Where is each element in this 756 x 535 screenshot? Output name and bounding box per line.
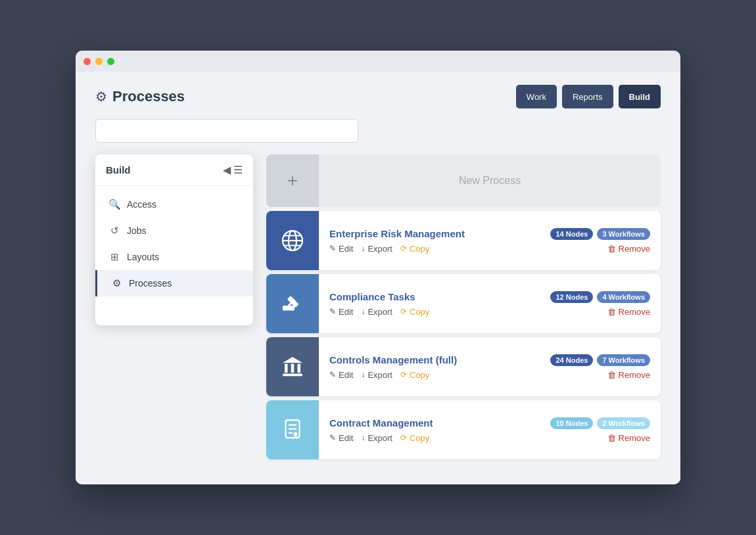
edit-icon: ✎ [329, 307, 336, 316]
enterprise-risk-actions: ✎ Edit ↓ Export ⟳ Copy 🗑 Remove [329, 244, 650, 254]
page-title: Processes [112, 88, 185, 105]
contract-nodes-badge: 10 Nodes [550, 417, 593, 429]
controls-remove[interactable]: 🗑 Remove [607, 370, 650, 380]
compliance-actions: ✎ Edit ↓ Export ⟳ Copy 🗑 Remove [329, 307, 650, 317]
content-area: Build ◀ ☰ 🔍 Access ↺ Jobs ⊞ Layouts [95, 154, 661, 459]
enterprise-risk-badges: 14 Nodes 3 Workflows [550, 228, 650, 240]
compliance-edit[interactable]: ✎ Edit [329, 307, 353, 317]
new-process-card[interactable]: + New Process [266, 154, 661, 207]
layouts-icon: ⊞ [108, 251, 120, 263]
search-input[interactable] [95, 119, 358, 143]
compliance-name: Compliance Tasks [329, 291, 415, 302]
svg-marker-8 [283, 357, 302, 363]
edit-icon: ✎ [329, 370, 336, 379]
controls-edit[interactable]: ✎ Edit [329, 370, 353, 380]
sidebar-header: Build ◀ ☰ [95, 154, 253, 186]
sidebar-label-layouts: Layouts [127, 252, 159, 262]
new-process-icon-area: + [266, 154, 319, 207]
enterprise-risk-remove[interactable]: 🗑 Remove [607, 244, 650, 254]
work-button[interactable]: Work [516, 85, 557, 108]
export-icon: ↓ [361, 307, 365, 316]
browser-titlebar [76, 51, 680, 72]
sidebar-menu-icon[interactable]: ◀ ☰ [223, 164, 243, 176]
export-icon: ↓ [361, 244, 365, 253]
sidebar-nav: 🔍 Access ↺ Jobs ⊞ Layouts ⚙ Processes [95, 186, 253, 302]
compliance-top-row: Compliance Tasks 12 Nodes 4 Workflows [329, 291, 650, 303]
controls-name: Controls Management (full) [329, 354, 457, 365]
compliance-icon-area [266, 274, 319, 333]
compliance-info: Compliance Tasks 12 Nodes 4 Workflows ✎ … [319, 274, 661, 333]
contract-actions: ✎ Edit ↓ Export ⟳ Copy 🗑 Remove [329, 433, 650, 443]
copy-icon: ⟳ [400, 370, 407, 379]
controls-badges: 24 Nodes 7 Workflows [550, 354, 650, 366]
svg-rect-5 [283, 306, 295, 311]
enterprise-risk-top-row: Enterprise Risk Management 14 Nodes 3 Wo… [329, 228, 650, 240]
controls-nodes-badge: 24 Nodes [550, 354, 593, 366]
plus-icon: + [287, 170, 298, 191]
enterprise-risk-name: Enterprise Risk Management [329, 228, 465, 239]
enterprise-risk-action-links: ✎ Edit ↓ Export ⟳ Copy [329, 244, 429, 254]
table-row: Compliance Tasks 12 Nodes 4 Workflows ✎ … [266, 274, 661, 333]
dot-green[interactable] [107, 58, 114, 65]
enterprise-risk-icon-area [266, 211, 319, 270]
enterprise-risk-nodes-badge: 14 Nodes [550, 228, 593, 240]
controls-icon-area [266, 337, 319, 396]
sidebar-item-jobs[interactable]: ↺ Jobs [95, 218, 253, 244]
compliance-nodes-badge: 12 Nodes [550, 291, 593, 303]
controls-copy[interactable]: ⟳ Copy [400, 370, 429, 380]
remove-icon: 🗑 [607, 370, 616, 380]
compliance-export[interactable]: ↓ Export [361, 307, 392, 317]
contract-icon [281, 418, 304, 442]
remove-icon: 🗑 [607, 433, 616, 443]
contract-icon-area [266, 400, 319, 459]
edit-icon: ✎ [329, 433, 336, 442]
remove-icon: 🗑 [607, 244, 616, 254]
sidebar-title: Build [106, 164, 131, 175]
processes-header-icon: ⚙ [95, 89, 107, 105]
contract-copy[interactable]: ⟳ Copy [400, 433, 429, 443]
dot-red[interactable] [83, 58, 91, 65]
controls-workflows-badge: 7 Workflows [597, 354, 650, 366]
contract-remove[interactable]: 🗑 Remove [607, 433, 650, 443]
enterprise-risk-info: Enterprise Risk Management 14 Nodes 3 Wo… [319, 211, 661, 270]
sidebar-item-access[interactable]: 🔍 Access [95, 191, 253, 218]
controls-actions: ✎ Edit ↓ Export ⟳ Copy 🗑 Remove [329, 370, 650, 380]
controls-info: Controls Management (full) 24 Nodes 7 Wo… [319, 337, 661, 396]
svg-rect-9 [285, 364, 288, 373]
sidebar: Build ◀ ☰ 🔍 Access ↺ Jobs ⊞ Layouts [95, 154, 253, 325]
sidebar-item-layouts[interactable]: ⊞ Layouts [95, 244, 253, 270]
bank-icon [281, 355, 304, 379]
compliance-copy[interactable]: ⟳ Copy [400, 307, 429, 317]
sidebar-label-jobs: Jobs [127, 225, 147, 236]
new-process-label: New Process [319, 175, 661, 187]
jobs-icon: ↺ [108, 225, 120, 237]
table-row: Contract Management 10 Nodes 2 Workflows… [266, 400, 661, 459]
controls-action-links: ✎ Edit ↓ Export ⟳ Copy [329, 370, 429, 380]
build-button[interactable]: Build [619, 85, 661, 108]
enterprise-risk-edit[interactable]: ✎ Edit [329, 244, 353, 254]
svg-rect-11 [298, 364, 301, 373]
enterprise-risk-export[interactable]: ↓ Export [361, 244, 392, 254]
enterprise-risk-workflows-badge: 3 Workflows [597, 228, 650, 240]
gavel-icon [281, 292, 304, 315]
enterprise-risk-copy[interactable]: ⟳ Copy [400, 244, 429, 254]
table-row: Controls Management (full) 24 Nodes 7 Wo… [266, 337, 661, 396]
sidebar-item-processes[interactable]: ⚙ Processes [95, 270, 253, 296]
controls-export[interactable]: ↓ Export [361, 370, 392, 380]
copy-icon: ⟳ [400, 244, 407, 253]
dot-yellow[interactable] [95, 58, 103, 65]
contract-export[interactable]: ↓ Export [361, 433, 392, 443]
export-icon: ↓ [361, 433, 365, 442]
compliance-badges: 12 Nodes 4 Workflows [550, 291, 650, 303]
contract-top-row: Contract Management 10 Nodes 2 Workflows [329, 417, 650, 429]
contract-workflows-badge: 2 Workflows [597, 417, 650, 429]
reports-button[interactable]: Reports [562, 85, 613, 108]
sidebar-label-processes: Processes [129, 278, 172, 289]
svg-rect-12 [283, 374, 302, 377]
table-row: Enterprise Risk Management 14 Nodes 3 Wo… [266, 211, 661, 270]
search-bar-row [95, 119, 661, 143]
compliance-remove[interactable]: 🗑 Remove [607, 307, 650, 317]
contract-name: Contract Management [329, 417, 433, 429]
contract-edit[interactable]: ✎ Edit [329, 433, 353, 443]
copy-icon: ⟳ [400, 433, 407, 442]
